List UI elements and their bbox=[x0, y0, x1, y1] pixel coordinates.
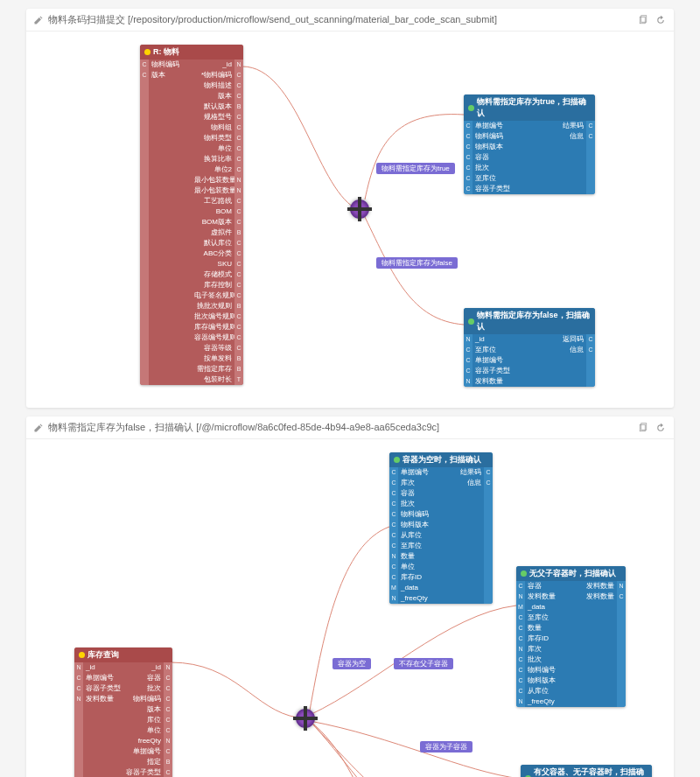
field-row: BOM版本C bbox=[140, 217, 243, 228]
field-row: 物料描述C bbox=[140, 80, 243, 91]
edge-label-parent: 容器为子容器 bbox=[420, 741, 472, 752]
field-row: N_id返回码C bbox=[464, 334, 595, 345]
field-row: C从库位 bbox=[516, 686, 626, 696]
status-dot-icon bbox=[468, 105, 474, 111]
field-row: N发料数量物料编码C bbox=[74, 694, 172, 704]
edge-label-true: 物料需指定库存为true bbox=[376, 163, 455, 174]
field-row: C容器 bbox=[389, 488, 493, 499]
edge-label-empty: 容器为空 bbox=[332, 658, 371, 669]
panel-2-title: 物料需指定库存为false，扫描确认 [/@/microflow/8a6c0fe… bbox=[48, 421, 637, 434]
edit-icon[interactable] bbox=[33, 423, 44, 433]
node-query[interactable]: 库存查询 N_id_idNC单据编号容器CC容器子类型批次CN发料数量物料编码C… bbox=[74, 648, 172, 777]
field-row: C物料版本 bbox=[464, 142, 595, 152]
field-row: 容器编号规则C bbox=[140, 332, 243, 343]
field-row: C版本*物料编码C bbox=[140, 70, 243, 80]
panel-1-title: 物料条码扫描提交 [/repository/production/microfl… bbox=[48, 13, 637, 26]
field-row: N库次 bbox=[516, 644, 626, 654]
field-row: 版本C bbox=[74, 704, 172, 715]
field-row: C从库位 bbox=[389, 530, 493, 541]
node-material-title: R: 物料 bbox=[140, 45, 243, 60]
field-row: N_id_idN bbox=[74, 662, 172, 673]
field-row: C库次信息C bbox=[389, 478, 493, 488]
field-row: 单位C bbox=[140, 144, 243, 154]
field-row: 容器子类型C bbox=[74, 767, 172, 777]
node-false[interactable]: 物料需指定库存为false，扫描确认 N_id返回码CC至库位信息CC单据编号C… bbox=[464, 308, 595, 387]
field-row: ABC分类C bbox=[140, 248, 243, 259]
refresh-icon[interactable] bbox=[654, 14, 667, 26]
field-row: 默认版本B bbox=[140, 102, 243, 112]
flow-panel-2: 物料需指定库存为false，扫描确认 [/@/microflow/8a6c0fe… bbox=[26, 416, 674, 777]
status-dot-icon bbox=[394, 457, 400, 463]
node-noparent[interactable]: 无父子容器时，扫描确认 C容器发料数量NN发料数量发料数量CM_dataC至库位… bbox=[516, 566, 626, 707]
field-row: C至库位信息C bbox=[464, 345, 595, 355]
field-row: 存储模式C bbox=[140, 270, 243, 280]
field-row: C单据编号 bbox=[464, 355, 595, 366]
field-row: M_data bbox=[516, 602, 626, 612]
node-true[interactable]: 物料需指定库存为true，扫描确认 C单据编号结果码CC物料编码信息CC物料版本… bbox=[464, 94, 595, 194]
field-row: C单据编号结果码C bbox=[389, 467, 493, 478]
edit-icon[interactable] bbox=[33, 15, 44, 25]
field-row: N_freeQty bbox=[389, 593, 493, 604]
panel-2-header: 物料需指定库存为false，扫描确认 [/@/microflow/8a6c0fe… bbox=[26, 416, 674, 439]
status-dot-icon bbox=[521, 570, 527, 577]
flow-panel-1: 物料条码扫描提交 [/repository/production/microfl… bbox=[26, 9, 674, 408]
panel-1-canvas[interactable]: R: 物料 C物料编码_idNC版本*物料编码C物料描述C版本C默认版本B规格型… bbox=[26, 32, 674, 408]
field-row: 单据编号C bbox=[74, 746, 172, 757]
field-row: C数量 bbox=[516, 623, 626, 634]
node-false-title: 物料需指定库存为false，扫描确认 bbox=[464, 308, 595, 334]
field-row: 包装时长T bbox=[140, 374, 243, 385]
field-row: C容器发料数量N bbox=[516, 581, 626, 592]
field-row: freeQtyN bbox=[74, 736, 172, 746]
status-dot-icon bbox=[144, 49, 150, 55]
field-row: 虚拟件B bbox=[140, 228, 243, 238]
field-row: C至库位 bbox=[389, 541, 493, 551]
field-row: 单位2C bbox=[140, 164, 243, 175]
field-row: C物料编码_idN bbox=[140, 60, 243, 70]
field-row: N发料数量 bbox=[464, 376, 595, 387]
field-row: SKUC bbox=[140, 259, 243, 270]
field-row: C单据编号容器C bbox=[74, 673, 172, 683]
field-row: 按单发料B bbox=[140, 354, 243, 364]
node-empty[interactable]: 容器为空时，扫描确认 C单据编号结果码CC库次信息CC容器C批次C物料编码C物料… bbox=[389, 452, 493, 604]
field-row: 物料类型C bbox=[140, 133, 243, 144]
field-row: 规格型号C bbox=[140, 112, 243, 122]
field-row: M_data bbox=[389, 583, 493, 593]
edge-label-false: 物料需指定库存为false bbox=[376, 257, 458, 269]
field-row: 容器等级C bbox=[140, 343, 243, 354]
refresh-icon[interactable] bbox=[654, 422, 667, 434]
field-row: N发料数量发料数量C bbox=[516, 592, 626, 602]
field-row: BOMC bbox=[140, 206, 243, 217]
field-row: 默认库位C bbox=[140, 238, 243, 248]
copy-icon[interactable] bbox=[637, 422, 649, 434]
field-row: C物料编号 bbox=[516, 665, 626, 676]
field-row: 物料组C bbox=[140, 122, 243, 133]
field-row: C至库位 bbox=[516, 612, 626, 623]
field-row: 库位C bbox=[74, 715, 172, 725]
branch-hub-1[interactable] bbox=[350, 200, 369, 219]
field-row: C物料版本 bbox=[516, 676, 626, 686]
status-dot-icon bbox=[468, 318, 474, 325]
field-row: C单位 bbox=[389, 562, 493, 572]
copy-icon[interactable] bbox=[637, 14, 649, 26]
node-parent-title: 有父容器、无子容器时，扫描确认 bbox=[521, 765, 652, 777]
status-dot-icon bbox=[79, 652, 85, 658]
field-row: C批次 bbox=[464, 163, 595, 173]
field-row: 换算比率C bbox=[140, 154, 243, 164]
field-row: 库存控制C bbox=[140, 280, 243, 290]
field-row: 最小包装数量2N bbox=[140, 186, 243, 196]
field-row: 批次编号规则C bbox=[140, 312, 243, 322]
field-row: C批次 bbox=[389, 499, 493, 509]
field-row: C库存ID bbox=[516, 634, 626, 644]
field-row: C物料版本 bbox=[389, 520, 493, 530]
field-row: N_freeQty bbox=[516, 696, 626, 707]
node-parent[interactable]: 有父容器、无子容器时，扫描确认 M_dataC容器子类型 bbox=[521, 765, 652, 777]
panel-2-canvas[interactable]: 库存查询 N_id_idNC单据编号容器CC容器子类型批次CN发料数量物料编码C… bbox=[26, 439, 674, 777]
branch-hub-2[interactable] bbox=[296, 709, 315, 728]
field-row: 电子签名规则C bbox=[140, 290, 243, 301]
field-row: N数量 bbox=[389, 551, 493, 562]
node-material[interactable]: R: 物料 C物料编码_idNC版本*物料编码C物料描述C版本C默认版本B规格型… bbox=[140, 45, 243, 385]
node-query-title: 库存查询 bbox=[74, 648, 172, 662]
field-row: 库存编号规则C bbox=[140, 322, 243, 332]
node-true-title: 物料需指定库存为true，扫描确认 bbox=[464, 94, 595, 121]
field-row: C单据编号结果码C bbox=[464, 121, 595, 131]
